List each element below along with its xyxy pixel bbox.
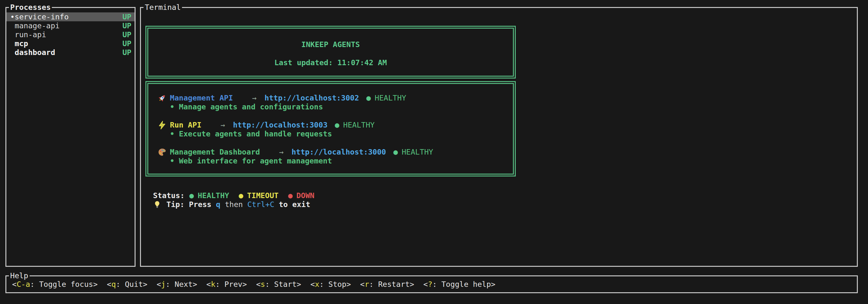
service-description: • Manage agents and configurations: [157, 102, 513, 111]
shortcut-start: <s: Start>: [256, 280, 301, 289]
tip-line: Tip: Press q then Ctrl+C to exit: [153, 200, 310, 209]
help-panel: Help <C-a: Toggle focus> <q: Quit> <j: N…: [5, 275, 858, 293]
key-hint: s: [260, 280, 265, 289]
key-hint: ?: [428, 280, 432, 289]
shortcut-toggle-focus: <C-a: Toggle focus>: [12, 280, 98, 289]
legend-entry-healthy: ● HEALTHY: [189, 191, 229, 200]
process-name: manage-api: [14, 21, 123, 30]
service-name: Run API: [170, 121, 202, 129]
process-name: service-info: [14, 12, 123, 21]
key-hint: k: [211, 280, 215, 289]
shortcut-restart: <r: Restart>: [360, 280, 414, 289]
legend-label: Status:: [153, 191, 185, 200]
healthy-dot-icon: ●: [189, 191, 194, 200]
tip-text: then: [225, 200, 243, 209]
status-badge: UP: [123, 39, 131, 48]
shortcut-next: <j: Next>: [157, 280, 197, 289]
legend-entry-down: ● DOWN: [288, 191, 314, 200]
process-list: • service-info UP manage-api UP run-api …: [6, 8, 134, 57]
process-row-manage-api[interactable]: manage-api UP: [6, 21, 134, 30]
bulb-icon: [153, 200, 161, 209]
service-name: Management API: [170, 94, 233, 102]
key-hint: C-a: [17, 280, 30, 289]
key-hint: j: [161, 280, 165, 289]
service-management-dashboard: Management Dashboard → http://localhost:…: [157, 147, 513, 165]
status-badge: UP: [123, 48, 131, 57]
service-url[interactable]: http://localhost:3003: [233, 121, 328, 129]
palette-icon: [157, 147, 167, 157]
process-name: run-api: [14, 30, 123, 39]
tip-text: Tip: Press: [166, 200, 211, 209]
legend-text: TIMEOUT: [247, 191, 278, 200]
key-hint: x: [315, 280, 319, 289]
service-description: • Web interface for agent management: [157, 157, 513, 165]
terminal-panel: Terminal INKEEP AGENTS Last updated: 11:…: [140, 7, 858, 267]
health-dot: ●: [366, 94, 371, 102]
arrow-icon: →: [220, 121, 225, 129]
process-name: dashboard: [14, 48, 123, 57]
service-url[interactable]: http://localhost:3002: [265, 94, 359, 102]
status-badge: UP: [123, 12, 131, 21]
service-description: • Execute agents and handle requests: [157, 129, 513, 138]
processes-panel-title: Processes: [9, 3, 52, 12]
help-shortcuts: <C-a: Toggle focus> <q: Quit> <j: Next> …: [6, 276, 857, 289]
banner-title: INKEEP AGENTS: [148, 40, 513, 49]
selected-marker: •: [10, 12, 14, 21]
service-name: Management Dashboard: [170, 147, 260, 157]
down-dot-icon: ●: [288, 191, 292, 200]
process-row-mcp[interactable]: mcp UP: [6, 39, 134, 48]
status-badge: UP: [123, 30, 131, 39]
key-hint: q: [111, 280, 116, 289]
tip-text: to exit: [279, 200, 310, 209]
service-url[interactable]: http://localhost:3000: [291, 147, 386, 157]
health-status: HEALTHY: [343, 121, 374, 129]
process-name: mcp: [14, 39, 123, 48]
processes-panel: Processes • service-info UP manage-api U…: [5, 7, 135, 267]
banner-box: INKEEP AGENTS Last updated: 11:07:42 AM: [146, 26, 516, 78]
tip-key-q: q: [216, 200, 220, 209]
health-status: HEALTHY: [402, 147, 433, 157]
zap-icon: [157, 121, 167, 129]
health-dot: ●: [335, 121, 339, 129]
process-row-service-info[interactable]: • service-info UP: [6, 12, 134, 21]
terminal-panel-title: Terminal: [144, 3, 182, 12]
app-root: Processes • service-info UP manage-api U…: [0, 0, 868, 304]
key-hint: r: [365, 280, 369, 289]
process-row-run-api[interactable]: run-api UP: [6, 30, 134, 39]
health-status: HEALTHY: [375, 94, 406, 102]
rocket-icon: [157, 94, 167, 102]
tip-key-ctrl-c: Ctrl+C: [247, 200, 274, 209]
service-management-api: Management API → http://localhost:3002 ●…: [157, 94, 513, 111]
legend-text: DOWN: [297, 191, 315, 200]
legend-text: HEALTHY: [197, 191, 229, 200]
status-badge: UP: [123, 21, 131, 30]
shortcut-prev: <k: Prev>: [207, 280, 247, 289]
health-dot: ●: [393, 147, 398, 157]
status-legend: Status: ● HEALTHY ● TIMEOUT ● DOWN: [153, 191, 324, 200]
process-row-dashboard[interactable]: dashboard UP: [6, 48, 134, 57]
help-panel-title: Help: [9, 271, 30, 280]
shortcut-stop: <x: Stop>: [310, 280, 351, 289]
shortcut-toggle-help: <?: Toggle help>: [424, 280, 495, 289]
legend-entry-timeout: ● TIMEOUT: [239, 191, 278, 200]
last-updated-text: Last updated: 11:07:42 AM: [148, 58, 513, 67]
arrow-icon: →: [252, 94, 256, 102]
service-run-api: Run API → http://localhost:3003 ● HEALTH…: [157, 121, 513, 138]
services-box: Management API → http://localhost:3002 ●…: [146, 81, 516, 176]
shortcut-quit: <q: Quit>: [107, 280, 147, 289]
arrow-icon: →: [279, 147, 283, 157]
timeout-dot-icon: ●: [239, 191, 243, 200]
